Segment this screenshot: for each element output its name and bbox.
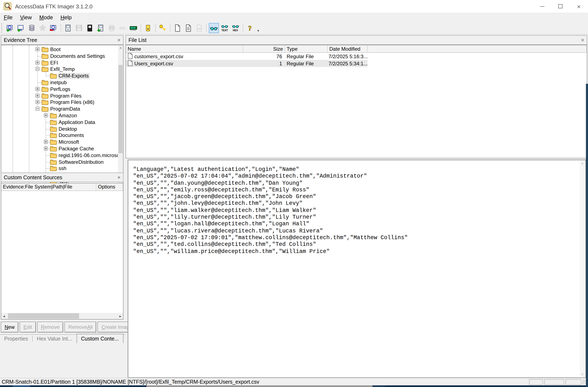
edit-button[interactable]: Edit [20, 322, 36, 333]
tree-item-documents-and-settings[interactable]: Documents and Settings [1, 53, 118, 60]
expand-icon[interactable] [35, 94, 39, 97]
remove-all-button[interactable]: Remove All [65, 322, 96, 333]
collapse-icon[interactable] [35, 107, 39, 111]
tree-item-programdata[interactable]: ProgramData [1, 106, 118, 112]
hex-view-icon[interactable]: HEX [231, 23, 241, 33]
evidence-tree-close-icon[interactable]: × [117, 37, 121, 43]
remove-button[interactable]: Remove [37, 322, 63, 333]
tree-item-inetpub[interactable]: inetpub [1, 79, 118, 86]
tree-item-label: inetpub [49, 80, 68, 86]
tree-item-exfil-temp[interactable]: Exfil_Temp [1, 66, 118, 73]
tree-item-program-files[interactable]: Program Files [1, 92, 118, 99]
tree-item-ssh[interactable]: ssh [1, 165, 118, 172]
tree-item-amazon[interactable]: Amazon [1, 112, 118, 119]
collapse-icon[interactable] [35, 67, 39, 71]
viewer-vertical-scrollbar[interactable]: ∧ ∨ [580, 160, 585, 377]
column-header-evidence-path[interactable]: Evidence:File System|Path|File [1, 183, 96, 191]
obtain-protected-files-icon[interactable] [143, 23, 153, 33]
help-about-icon[interactable]: ? [245, 23, 255, 33]
export-disk-image-icon[interactable] [85, 23, 95, 33]
text-view-icon[interactable]: TEXT [220, 23, 230, 33]
custom-content-close-icon[interactable]: × [117, 175, 121, 180]
print-icon[interactable] [107, 23, 117, 33]
directory-listing-icon[interactable]: DIR [194, 23, 204, 33]
tab-hex-value-int[interactable]: Hex Value Int... [33, 335, 76, 343]
detect-encryption-key-icon[interactable] [158, 23, 168, 33]
tree-item-desktop[interactable]: Desktop [1, 125, 118, 132]
evidence-tree-header: Evidence Tree × [1, 35, 124, 45]
expand-icon[interactable] [44, 140, 47, 144]
custom-content-horizontal-scrollbar[interactable]: ◂ ▸ [1, 313, 123, 319]
custom-content-image-icon[interactable] [38, 23, 48, 33]
tree-item-label: Boot [49, 46, 62, 53]
expand-icon[interactable] [35, 100, 39, 104]
tree-item-regid-1991-06-com-microsoft[interactable]: regid.1991-06.com.microsoft [1, 152, 118, 159]
menu-file[interactable]: File [0, 13, 16, 21]
maximize-button[interactable] [551, 0, 569, 13]
file-row-users-export-csv[interactable]: Users_export.csv1Regular File7/2/2025 5:… [126, 60, 367, 67]
tab-custom-conte[interactable]: Custom Conte... [76, 334, 124, 343]
file-list-close-icon[interactable]: × [581, 37, 584, 43]
image-mounting-icon[interactable] [27, 23, 37, 33]
menu-help[interactable]: Help [57, 13, 76, 21]
toolbar-grip[interactable] [1, 23, 3, 32]
toolbar-overflow-caret-icon[interactable]: ▾ [257, 29, 259, 34]
expand-icon[interactable] [35, 87, 39, 91]
create-disk-image-icon[interactable] [63, 23, 73, 33]
csv-line: "en_US","","dan.young@deceptitech.thm","… [133, 180, 577, 187]
minimize-button[interactable] [533, 0, 551, 13]
tree-item-documents[interactable]: Documents [1, 132, 118, 139]
new-button[interactable]: New [1, 322, 19, 333]
expand-icon[interactable] [44, 147, 47, 150]
tab-properties[interactable]: Properties [0, 335, 32, 343]
tree-item-boot[interactable]: Boot [1, 46, 118, 53]
save-icon[interactable] [74, 23, 84, 33]
tree-item-microsoft[interactable]: Microsoft [1, 139, 118, 145]
file-row-customers-export-csv[interactable]: customers_export.csv76Regular File7/2/20… [126, 53, 587, 60]
column-header-options[interactable]: Options [96, 183, 123, 191]
tree-item-perflogs[interactable]: PerfLogs [1, 86, 118, 92]
export-files-icon[interactable] [118, 23, 128, 33]
scroll-up-icon[interactable]: ∧ [580, 160, 585, 166]
expand-icon[interactable] [35, 47, 39, 51]
toolbar: DIRTEXTHEX? ▾ [0, 22, 588, 34]
file-icon [128, 53, 133, 60]
remove-evidence-item-icon[interactable] [48, 23, 59, 33]
tree-item-crm-exports[interactable]: CRM-Exports [1, 72, 118, 79]
file-type: Regular File [285, 53, 328, 59]
document-text-icon[interactable] [183, 23, 193, 33]
close-button[interactable]: × [569, 0, 588, 13]
tree-item-softwaredistribution[interactable]: SoftwareDistribution [1, 159, 118, 165]
custom-content-header: Custom Content Sources × [1, 173, 124, 182]
add-disk-image-icon[interactable] [96, 23, 106, 33]
tree-item-application-data[interactable]: Application Data [1, 119, 118, 126]
tree-item-label: Amazon [58, 113, 78, 119]
tree-item-efi[interactable]: EFI [1, 59, 118, 66]
column-header-date-modified[interactable]: Date Modified [328, 45, 367, 52]
toolbar-separator [170, 24, 170, 32]
scrollbar-thumb[interactable] [8, 313, 79, 319]
column-header-name[interactable]: Name [126, 45, 243, 52]
scroll-left-icon[interactable]: ◂ [1, 313, 7, 319]
scroll-right-icon[interactable]: ▸ [118, 313, 123, 319]
column-header-size[interactable]: Size [243, 45, 285, 52]
column-header-blank [367, 45, 587, 52]
column-header-type[interactable]: Type [285, 45, 328, 52]
scroll-down-icon[interactable]: ∨ [580, 371, 585, 377]
scrollbar-thumb[interactable] [118, 65, 123, 153]
menu-view[interactable]: View [16, 13, 36, 21]
capture-memory-icon[interactable] [128, 23, 139, 33]
csv-content-text[interactable]: "Language","Latest authentication","Logi… [133, 166, 577, 376]
tree-item-program-files-x86-[interactable]: Program Files (x86) [1, 99, 118, 106]
expand-icon[interactable] [35, 61, 39, 64]
content-viewer[interactable]: "Language","Latest authentication","Logi… [128, 159, 586, 378]
auto-view-icon[interactable] [209, 23, 219, 33]
tree-item-package-cache[interactable]: Package Cache [1, 145, 118, 152]
blank-document-icon[interactable] [172, 23, 183, 33]
add-all-attached-devices-icon[interactable] [16, 23, 26, 33]
expand-icon[interactable] [44, 114, 47, 117]
scroll-up-icon[interactable]: ∧ [118, 45, 123, 51]
add-evidence-item-icon[interactable] [5, 23, 15, 33]
tree-item-label: Microsoft [58, 139, 80, 145]
menu-mode[interactable]: Mode [36, 13, 57, 21]
